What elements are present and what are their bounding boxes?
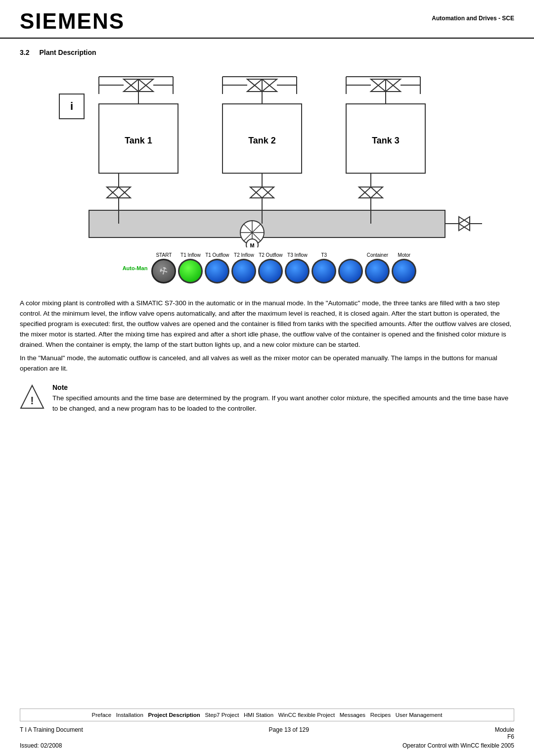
- footer-right-2: Operator Control with WinCC flexible 200…: [402, 742, 514, 749]
- footer-left-2: Issued: 02/2008: [20, 742, 62, 749]
- description-text: A color mixing plant is controlled with …: [20, 298, 514, 374]
- footer-row-2: Issued: 02/2008 Operator Control with Wi…: [20, 742, 514, 749]
- footer-bottom: T I A Training Document Page 13 of 129 M…: [20, 726, 514, 751]
- t3-indicator: [313, 260, 335, 282]
- svg-text:!: !: [30, 394, 34, 407]
- t2-inflow-indicator: [233, 260, 255, 282]
- t3-inflow-indicator: [286, 260, 308, 282]
- t2-outflow-group: T2 Outflow: [258, 252, 283, 284]
- key-icon: ⚒: [158, 264, 170, 278]
- header-subtitle: Automation and Drives - SCE: [432, 9, 514, 22]
- t1-inflow-indicator: [179, 260, 201, 282]
- t1-inflow-label: T1 Inflow: [180, 252, 201, 258]
- motor-label: Motor: [398, 252, 411, 258]
- note-section: ! Note The specified amounts and the tim…: [20, 383, 514, 414]
- svg-text:M: M: [250, 242, 254, 247]
- description-paragraph-2: In the "Manual" mode, the automatic outf…: [20, 353, 514, 374]
- warning-icon: !: [20, 383, 44, 408]
- svg-text:i: i: [70, 100, 73, 112]
- motor-indicator: [393, 260, 415, 282]
- t2-outflow-indicator: [260, 260, 281, 282]
- section-heading: 3.2 Plant Description: [20, 48, 514, 56]
- plant-diagram: i Tank 1 Tank 2: [20, 64, 514, 293]
- footer-nav-bold: Project Description: [148, 712, 200, 718]
- svg-marker-41: [359, 187, 383, 198]
- svg-marker-34: [107, 187, 131, 198]
- t2-outflow-button[interactable]: [258, 259, 283, 284]
- blank-button[interactable]: [338, 259, 363, 284]
- t1-inflow-button[interactable]: [178, 259, 203, 284]
- page-header: SIEMENS Automation and Drives - SCE: [0, 0, 534, 39]
- t1-inflow-group: T1 Inflow: [178, 252, 203, 284]
- svg-marker-56: [459, 217, 470, 231]
- footer-center-1: Page 13 of 129: [269, 726, 309, 740]
- svg-text:Tank 3: Tank 3: [372, 136, 400, 145]
- plant-diagram-svg: i Tank 1 Tank 2: [44, 64, 490, 247]
- footer-row-1: T I A Training Document Page 13 of 129 M…: [20, 726, 514, 740]
- blank-indicator: [340, 260, 361, 282]
- description-paragraph: A color mixing plant is controlled with …: [20, 298, 514, 350]
- svg-marker-42: [359, 187, 383, 198]
- siemens-logo: SIEMENS: [20, 9, 125, 34]
- svg-marker-33: [107, 187, 131, 198]
- main-content: 3.2 Plant Description i Tank 1: [0, 39, 534, 439]
- t1-outflow-button[interactable]: [205, 259, 229, 284]
- svg-marker-57: [459, 217, 470, 231]
- section-number: 3.2: [20, 48, 29, 56]
- motor-group: Motor: [392, 252, 416, 284]
- container-label: Container: [367, 252, 388, 258]
- svg-rect-44: [89, 210, 445, 237]
- t3-label: T3: [321, 252, 327, 258]
- container-group: Container: [365, 252, 390, 284]
- blank-group: [338, 252, 363, 284]
- footer-right-1: ModuleF6: [495, 726, 514, 740]
- t1-outflow-group: T1 Outflow: [205, 252, 229, 284]
- start-key-button[interactable]: ⚒: [151, 259, 176, 284]
- svg-marker-37: [250, 187, 274, 198]
- t3-button[interactable]: [312, 259, 336, 284]
- control-panel: Auto-Man START ⚒ T1 Inflow T1 Outflow: [118, 252, 417, 284]
- t2-inflow-label: T2 Inflow: [234, 252, 254, 258]
- note-title: Note: [52, 383, 514, 391]
- container-indicator: [366, 260, 388, 282]
- t2-inflow-group: T2 Inflow: [231, 252, 256, 284]
- t2-outflow-label: T2 Outflow: [259, 252, 282, 258]
- start-label: START: [156, 252, 172, 258]
- section-title: Plant Description: [39, 48, 96, 56]
- auto-man-label: Auto-Man: [123, 265, 148, 271]
- footer-nav-text: Preface Installation Project Description…: [92, 712, 443, 718]
- note-text: The specified amounts and the time base …: [52, 393, 514, 414]
- t3-inflow-group: T3 Inflow: [285, 252, 310, 284]
- motor-button[interactable]: [392, 259, 416, 284]
- t1-outflow-indicator: [206, 260, 228, 282]
- svg-marker-38: [250, 187, 274, 198]
- svg-text:Tank 2: Tank 2: [248, 136, 276, 145]
- t3-inflow-label: T3 Inflow: [287, 252, 308, 258]
- footer-left-1: T I A Training Document: [20, 726, 83, 740]
- note-content: Note The specified amounts and the time …: [52, 383, 514, 414]
- t1-outflow-label: T1 Outflow: [205, 252, 229, 258]
- t2-inflow-button[interactable]: [231, 259, 256, 284]
- container-button[interactable]: [365, 259, 390, 284]
- start-button-group: START ⚒: [151, 252, 176, 284]
- svg-text:Tank 1: Tank 1: [125, 136, 152, 145]
- t3-inflow-button[interactable]: [285, 259, 310, 284]
- footer-nav: Preface Installation Project Description…: [20, 709, 514, 721]
- t3-group: T3: [312, 252, 336, 284]
